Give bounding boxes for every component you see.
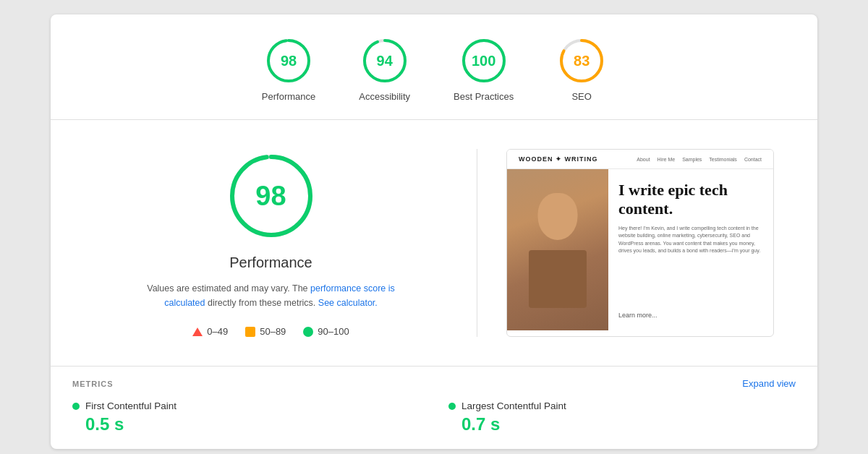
preview-logo: WOODEN ✦ WRITING <box>519 155 598 163</box>
preview-learn-more: Learn more... <box>618 312 763 319</box>
preview-content: I write epic tech content. Hey there! I'… <box>608 169 773 330</box>
score-circle-accessibility: 94 <box>360 36 409 85</box>
score-circle-best-practices: 100 <box>459 36 509 85</box>
score-label-seo: SEO <box>571 91 591 102</box>
score-item-best-practices[interactable]: 100 Best Practices <box>454 36 514 102</box>
score-label-accessibility: Accessibility <box>359 91 410 102</box>
score-legend: 0–49 50–89 90–100 <box>192 326 349 337</box>
person-photo <box>507 169 608 330</box>
metric-name-lcp: Largest Contentful Paint <box>461 401 566 411</box>
score-value-accessibility: 94 <box>377 53 393 69</box>
score-value-best-practices: 100 <box>472 53 495 69</box>
legend-item-red: 0–49 <box>192 326 228 337</box>
legend-range-orange: 50–89 <box>260 326 286 337</box>
green-circle-icon <box>303 327 313 337</box>
metric-name-fcp: First Contentful Paint <box>85 401 176 411</box>
metric-name-row-fcp: First Contentful Paint <box>72 401 420 411</box>
preview-body: I write epic tech content. Hey there! I'… <box>507 169 773 330</box>
metric-dot-lcp <box>448 403 456 410</box>
right-panel: WOODEN ✦ WRITING About Hire Me Samples T… <box>506 149 774 337</box>
info-text-part1: Values are estimated and may vary. The <box>147 283 310 294</box>
nav-link-hireme: Hire Me <box>658 157 676 162</box>
legend-range-red: 0–49 <box>207 326 228 337</box>
big-score-circle: 98 <box>224 149 318 243</box>
preview-photo <box>507 169 608 330</box>
metric-value-lcp: 0.7 s <box>448 414 796 434</box>
preview-nav: WOODEN ✦ WRITING About Hire Me Samples T… <box>507 150 773 169</box>
vertical-divider <box>477 149 477 337</box>
score-circle-seo: 83 <box>557 36 606 85</box>
website-preview: WOODEN ✦ WRITING About Hire Me Samples T… <box>506 149 774 337</box>
score-item-performance[interactable]: 98 Performance <box>262 36 315 102</box>
info-text-part2: directly from these metrics. <box>205 298 318 308</box>
score-circle-performance: 98 <box>264 36 313 85</box>
score-value-seo: 83 <box>574 53 590 69</box>
preview-headline: I write epic tech content. <box>618 181 763 219</box>
left-panel: 98 Performance Values are estimated and … <box>94 149 448 337</box>
big-score-label: Performance <box>229 254 312 271</box>
score-value-performance: 98 <box>281 53 297 69</box>
calculator-link[interactable]: See calculator. <box>318 298 378 308</box>
nav-link-testimonials: Testimonials <box>709 157 737 162</box>
metrics-header: METRICS Expand view <box>72 378 796 389</box>
expand-view-button[interactable]: Expand view <box>742 378 796 389</box>
red-triangle-icon <box>192 327 203 336</box>
nav-link-samples: Samples <box>682 157 702 162</box>
metric-item-lcp: Largest Contentful Paint 0.7 s <box>448 401 796 434</box>
metrics-title: METRICS <box>72 380 114 388</box>
metric-name-row-lcp: Largest Contentful Paint <box>448 401 796 411</box>
big-score-value: 98 <box>255 181 286 212</box>
nav-link-contact: Contact <box>744 157 762 162</box>
score-label-performance: Performance <box>262 91 315 102</box>
orange-square-icon <box>245 327 255 337</box>
preview-body-text: Hey there! I'm Kevin, and I write compel… <box>618 225 763 255</box>
score-item-seo[interactable]: 83 SEO <box>557 36 606 102</box>
metric-item-fcp: First Contentful Paint 0.5 s <box>72 401 420 434</box>
metrics-grid: First Contentful Paint 0.5 s Largest Con… <box>72 401 796 434</box>
nav-link-about: About <box>637 157 650 162</box>
score-item-accessibility[interactable]: 94 Accessibility <box>359 36 410 102</box>
main-content: 98 Performance Values are estimated and … <box>51 120 817 366</box>
metrics-section: METRICS Expand view First Contentful Pai… <box>51 366 817 449</box>
info-text: Values are estimated and may vary. The p… <box>134 281 409 310</box>
preview-nav-links: About Hire Me Samples Testimonials Conta… <box>637 157 762 162</box>
score-label-best-practices: Best Practices <box>454 91 514 102</box>
legend-range-green: 90–100 <box>318 326 349 337</box>
legend-item-green: 90–100 <box>303 326 349 337</box>
metric-value-fcp: 0.5 s <box>72 414 420 434</box>
metric-dot-fcp <box>72 403 80 410</box>
legend-item-orange: 50–89 <box>245 326 286 337</box>
scores-row: 98 Performance 94 Accessibility <box>51 14 817 120</box>
lighthouse-report-card: 98 Performance 94 Accessibility <box>51 14 817 449</box>
